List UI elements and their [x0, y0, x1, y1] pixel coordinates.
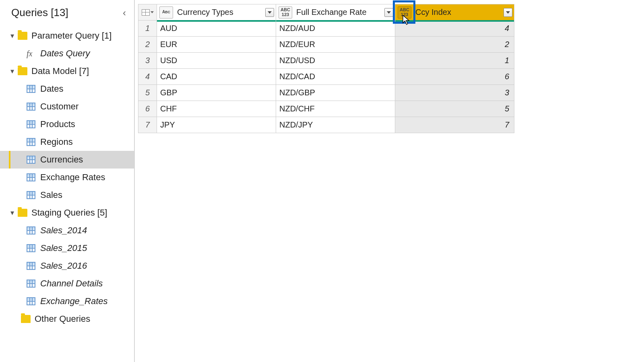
query-sales-2015[interactable]: Sales_2015: [0, 239, 134, 257]
query-label: Dates Query: [40, 48, 90, 59]
row-number[interactable]: 4: [138, 69, 157, 85]
cell-ccy-index[interactable]: 3: [395, 85, 514, 101]
query-exchange-rates[interactable]: Exchange Rates: [0, 169, 134, 186]
cell-ccy-index[interactable]: 2: [395, 37, 514, 53]
query-label: Sales_2015: [40, 243, 87, 253]
cell-currency-types[interactable]: USD: [157, 53, 276, 69]
query-currencies[interactable]: Currencies: [0, 151, 134, 169]
query-label: Exchange_Rates: [40, 296, 108, 306]
query-label: Currencies: [40, 154, 83, 165]
query-channel-details[interactable]: Channel Details: [0, 275, 134, 292]
folder-icon: [21, 315, 31, 323]
column-quality-bar: [276, 20, 395, 22]
cell-ccy-index[interactable]: 6: [395, 69, 514, 85]
query-label: Products: [40, 119, 75, 130]
column-header-currency-types[interactable]: ABC Currency Types: [157, 4, 276, 21]
table-icon: [27, 244, 35, 252]
table-icon: [27, 191, 35, 199]
table-icon: [27, 85, 35, 93]
query-label: Sales_2016: [40, 261, 87, 271]
group-staging-queries[interactable]: ▾ Staging Queries [5]: [0, 204, 134, 222]
query-sales[interactable]: Sales: [0, 186, 134, 204]
data-preview-pane: ABC Currency Types ABC123 Full Exchange …: [135, 0, 644, 362]
group-label: Other Queries: [35, 314, 90, 324]
group-parameter-query[interactable]: ▾ Parameter Query [1]: [0, 27, 134, 45]
cell-currency-types[interactable]: CAD: [157, 69, 276, 85]
column-filter-dropdown[interactable]: [504, 8, 512, 17]
collapse-queries-button[interactable]: ‹: [120, 7, 128, 19]
row-number[interactable]: 7: [138, 117, 157, 133]
column-header-ccy-index[interactable]: ABC123 Ccy Index: [395, 4, 514, 21]
cell-currency-types[interactable]: EUR: [157, 37, 276, 53]
group-other-queries[interactable]: Other Queries: [0, 310, 134, 328]
query-sales-2014[interactable]: Sales_2014: [0, 222, 134, 239]
cell-currency-types[interactable]: CHF: [157, 101, 276, 117]
query-label: Exchange Rates: [40, 172, 105, 183]
table-icon: [27, 297, 35, 305]
table-icon: [27, 120, 35, 128]
table-icon: [27, 156, 35, 164]
table-icon: [27, 173, 35, 181]
cell-full-exchange-rate[interactable]: NZD/CHF: [276, 101, 395, 117]
cell-full-exchange-rate[interactable]: NZD/EUR: [276, 37, 395, 53]
query-label: Sales: [40, 190, 62, 200]
cell-full-exchange-rate[interactable]: NZD/GBP: [276, 85, 395, 101]
query-dates-query[interactable]: fx Dates Query: [0, 45, 134, 62]
queries-panel-title: Queries [13]: [11, 6, 68, 19]
cell-ccy-index[interactable]: 7: [395, 117, 514, 133]
row-number[interactable]: 1: [138, 21, 157, 37]
cell-currency-types[interactable]: JPY: [157, 117, 276, 133]
chevron-down-icon: ▾: [10, 208, 18, 217]
query-label: Regions: [40, 137, 73, 147]
row-number[interactable]: 5: [138, 85, 157, 101]
fx-icon: fx: [27, 49, 37, 58]
data-grid: ABC Currency Types ABC123 Full Exchange …: [138, 4, 514, 133]
query-label: Customer: [40, 101, 78, 112]
row-number[interactable]: 2: [138, 37, 157, 53]
cell-ccy-index[interactable]: 4: [395, 21, 514, 37]
row-number[interactable]: 6: [138, 101, 157, 117]
query-exchange-rates-stg[interactable]: Exchange_Rates: [0, 292, 134, 310]
folder-icon: [18, 67, 27, 75]
cell-currency-types[interactable]: AUD: [157, 21, 276, 37]
folder-icon: [18, 32, 27, 40]
datatype-text-icon[interactable]: ABC: [159, 6, 173, 19]
cell-currency-types[interactable]: GBP: [157, 85, 276, 101]
column-label: Ccy Index: [414, 8, 502, 17]
group-label: Staging Queries [5]: [31, 208, 107, 218]
query-products[interactable]: Products: [0, 115, 134, 133]
queries-tree: ▾ Parameter Query [1] fx Dates Query ▾ D…: [0, 25, 134, 328]
cell-ccy-index[interactable]: 1: [395, 53, 514, 69]
query-customer[interactable]: Customer: [0, 98, 134, 115]
table-icon: [27, 280, 35, 288]
query-sales-2016[interactable]: Sales_2016: [0, 257, 134, 275]
table-icon: [27, 262, 35, 270]
cell-full-exchange-rate[interactable]: NZD/JPY: [276, 117, 395, 133]
query-label: Dates: [40, 84, 63, 94]
cell-full-exchange-rate[interactable]: NZD/AUD: [276, 21, 395, 37]
column-header-full-exchange-rate[interactable]: ABC123 Full Exchange Rate: [276, 4, 395, 21]
query-dates[interactable]: Dates: [0, 80, 134, 98]
chevron-down-icon: ▾: [10, 67, 18, 76]
query-label: Sales_2014: [40, 225, 87, 236]
queries-pane: Queries [13] ‹ ▾ Parameter Query [1] fx …: [0, 0, 135, 362]
folder-icon: [18, 209, 27, 217]
row-number[interactable]: 3: [138, 53, 157, 69]
cell-full-exchange-rate[interactable]: NZD/USD: [276, 53, 395, 69]
query-label: Channel Details: [40, 278, 103, 289]
dropdown-icon: [151, 11, 154, 13]
datatype-any-icon[interactable]: ABC123: [398, 6, 411, 19]
cell-ccy-index[interactable]: 5: [395, 101, 514, 117]
column-filter-dropdown[interactable]: [384, 8, 393, 17]
group-data-model[interactable]: ▾ Data Model [7]: [0, 62, 134, 80]
group-label: Data Model [7]: [31, 66, 89, 76]
table-icon: [142, 9, 150, 16]
table-corner-button[interactable]: [138, 4, 157, 21]
query-regions[interactable]: Regions: [0, 133, 134, 151]
table-icon: [27, 138, 35, 146]
cell-full-exchange-rate[interactable]: NZD/CAD: [276, 69, 395, 85]
column-filter-dropdown[interactable]: [265, 8, 274, 17]
table-icon: [27, 103, 35, 111]
datatype-any-icon[interactable]: ABC123: [279, 6, 292, 19]
column-quality-bar: [395, 20, 514, 22]
